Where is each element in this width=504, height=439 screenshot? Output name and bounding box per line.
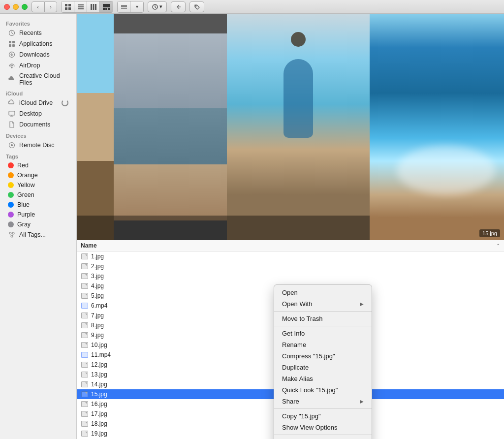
context-share[interactable]: Share ▶ (274, 396, 372, 407)
file-img-icon (81, 341, 89, 349)
file-name: 5.jpg (91, 292, 104, 299)
file-name: 15.jpg (91, 391, 107, 398)
column-view-button[interactable] (87, 1, 100, 12)
svg-rect-30 (9, 111, 15, 115)
green-dot (8, 192, 14, 198)
sidebar-item-documents[interactable]: Documents (2, 119, 74, 130)
file-img-icon (81, 312, 89, 319)
tag-button[interactable] (189, 1, 204, 12)
file-name: 2.jpg (91, 263, 104, 270)
sidebar-item-label: Documents (19, 121, 50, 128)
maximize-button[interactable] (22, 4, 28, 10)
forward-button[interactable]: › (44, 1, 57, 12)
sidebar-tag-gray[interactable]: Gray (2, 220, 74, 229)
submenu-arrow-icon: ▶ (360, 301, 364, 307)
sidebar-item-label: Green (17, 191, 34, 198)
file-video-icon (81, 302, 89, 310)
context-open-with[interactable]: Open With ▶ (274, 298, 372, 310)
sidebar-item-label: Recents (19, 30, 42, 36)
file-row[interactable]: 2.jpg (77, 261, 504, 271)
sidebar-item-label: All Tags... (19, 231, 46, 238)
sidebar-tag-purple[interactable]: Purple (2, 210, 74, 220)
context-rename[interactable]: Rename (274, 339, 372, 350)
file-img-icon (81, 282, 89, 290)
back-button[interactable]: ‹ (32, 1, 44, 12)
file-name: 11.mp4 (91, 351, 111, 358)
sidebar-item-label: Blue (17, 201, 30, 208)
svg-rect-15 (121, 6, 127, 7)
context-compress[interactable]: Compress "15.jpg" (274, 350, 372, 362)
all-tags-icon (8, 231, 16, 239)
file-img-icon (81, 331, 89, 339)
content-area: 15.jpg Name ⌃ 1.jpg 2.jpg 3.jpg (77, 14, 504, 439)
arrange-dropdown-button[interactable]: ▾ (130, 1, 143, 12)
sidebar-item-remote-disc[interactable]: Remote Disc (2, 140, 74, 151)
file-row[interactable]: 3.jpg (77, 271, 504, 281)
sidebar-tag-blue[interactable]: Blue (2, 200, 74, 210)
context-tags[interactable]: Tags... (274, 437, 372, 439)
context-open[interactable]: Open (274, 287, 372, 298)
context-move-to-trash[interactable]: Move to Trash (274, 313, 372, 324)
sidebar-item-label: iCloud Drive (19, 99, 53, 106)
titlebar: ‹ › ▾ ▾ (0, 0, 504, 14)
sidebar-item-airdrop[interactable]: AirDrop (2, 60, 74, 71)
sidebar-item-recents[interactable]: Recents (2, 28, 74, 38)
sidebar-tag-red[interactable]: Red (2, 160, 74, 170)
arrange-button-group: ▾ (117, 1, 144, 13)
file-name: 14.jpg (91, 381, 107, 388)
context-show-view-options[interactable]: Show View Options (274, 422, 372, 433)
preview-main-image: 15.jpg (370, 14, 504, 240)
context-get-info[interactable]: Get Info (274, 328, 372, 339)
sidebar-item-desktop[interactable]: Desktop (2, 108, 74, 119)
context-quick-look[interactable]: Quick Look "15.jpg" (274, 384, 372, 396)
svg-rect-26 (12, 44, 15, 47)
documents-icon (8, 121, 16, 128)
file-name: 16.jpg (91, 401, 107, 408)
icon-view-button[interactable] (62, 1, 74, 12)
tags-section-label: Tags (0, 151, 76, 160)
file-img-icon (81, 252, 89, 260)
svg-rect-24 (12, 41, 15, 43)
sidebar-item-label: Remote Disc (19, 142, 55, 149)
file-name: 10.jpg (91, 342, 107, 348)
sidebar-item-applications[interactable]: Applications (2, 38, 74, 49)
sidebar-tag-orange[interactable]: Orange (2, 170, 74, 180)
file-name: 18.jpg (91, 420, 107, 427)
sidebar-tag-yellow[interactable]: Yellow (2, 180, 74, 190)
context-copy[interactable]: Copy "15.jpg" (274, 410, 372, 422)
context-menu: Open Open With ▶ Move to Trash Get Info … (274, 284, 372, 439)
creative-cloud-icon (8, 75, 16, 83)
sidebar-item-icloud-drive[interactable]: iCloud Drive (2, 97, 74, 108)
close-button[interactable] (4, 4, 10, 10)
context-separator (274, 311, 372, 312)
minimize-button[interactable] (13, 4, 19, 10)
svg-rect-9 (95, 4, 96, 10)
sidebar-item-creative-cloud[interactable]: Creative Cloud Files (2, 71, 74, 88)
file-img-icon (81, 321, 89, 329)
file-video-icon (81, 351, 89, 359)
file-name: 19.jpg (91, 430, 107, 437)
file-name: 1.jpg (91, 253, 104, 260)
sidebar-all-tags[interactable]: All Tags... (2, 229, 74, 240)
svg-rect-4 (78, 4, 84, 5)
name-column-header[interactable]: Name (81, 242, 496, 249)
sidebar-tag-green[interactable]: Green (2, 190, 74, 200)
list-view-button[interactable] (74, 1, 87, 12)
airdrop-icon (8, 62, 16, 69)
yellow-dot (8, 182, 14, 188)
nav-button-group: ‹ › (32, 1, 57, 12)
sidebar-item-downloads[interactable]: Downloads (2, 49, 74, 60)
action-button[interactable]: ▾ (148, 1, 167, 12)
preview-thumb-left (77, 14, 114, 240)
context-duplicate[interactable]: Duplicate (274, 362, 372, 373)
submenu-arrow-icon: ▶ (360, 399, 364, 404)
cover-flow-button[interactable] (100, 1, 113, 12)
share-button[interactable] (171, 1, 186, 12)
view-mode-buttons (61, 1, 113, 13)
svg-rect-3 (68, 7, 71, 10)
clock-icon (8, 29, 16, 37)
arrange-button[interactable] (118, 1, 130, 12)
file-row[interactable]: 1.jpg (77, 251, 504, 261)
svg-rect-7 (91, 4, 92, 10)
context-make-alias[interactable]: Make Alias (274, 373, 372, 384)
